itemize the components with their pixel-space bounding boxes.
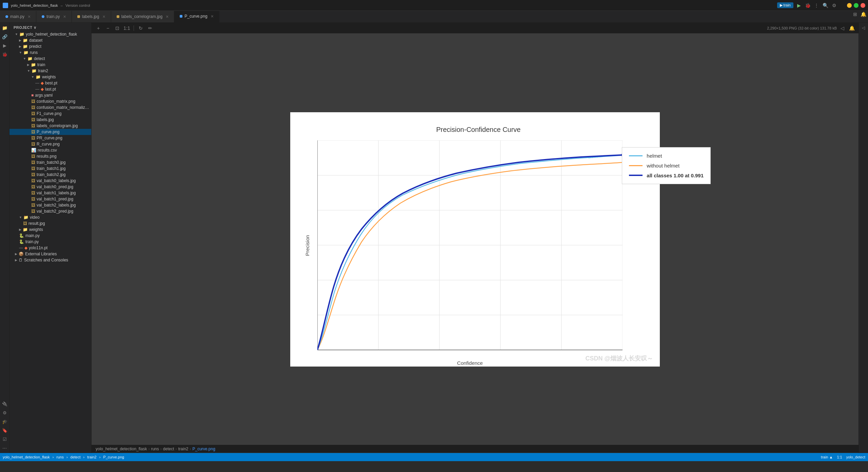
statusbar-breadcrumb-1[interactable]: runs: [56, 455, 63, 459]
tree-item-train[interactable]: ▶ 📁 train: [9, 62, 91, 68]
statusbar-train[interactable]: train ▲: [821, 455, 833, 459]
tree-item-train-batch1[interactable]: 🖼 train_batch1.jpg: [9, 165, 91, 172]
tree-item-external-libs[interactable]: ▶ 📦 External Libraries: [9, 251, 91, 257]
tree-label-p-curve: P_curve.png: [37, 130, 59, 134]
breadcrumb-item-0[interactable]: yolo_helmet_detection_flask: [96, 447, 147, 451]
run-button[interactable]: ▶: [795, 2, 802, 9]
tree-item-main-py[interactable]: 🐍 main.py: [9, 233, 91, 239]
tree-item-runs[interactable]: ▼ 📁 runs: [9, 50, 91, 56]
sidebar-icon-settings[interactable]: ⚙: [1, 409, 8, 416]
tree-item-labels-jpg[interactable]: 🖼 labels.jpg: [9, 117, 91, 123]
tree-item-result-jpg[interactable]: 🖼 result.jpg: [9, 220, 91, 227]
edit-button[interactable]: ✏: [146, 24, 154, 32]
sidebar-icon-plugins[interactable]: 🔌: [1, 400, 8, 408]
run-config[interactable]: ▶ train: [777, 2, 793, 8]
folder-icon-weights: 📁: [36, 75, 41, 79]
statusbar-profile[interactable]: yolo_detect: [846, 455, 865, 459]
tab-train-py[interactable]: train.py ×: [36, 11, 72, 22]
tab-main-py[interactable]: main.py ×: [0, 11, 36, 22]
tree-item-last-pt[interactable]: — ◆ last.pt: [9, 86, 91, 92]
debug-button[interactable]: 🐞: [804, 2, 811, 9]
tab-p-curve[interactable]: P_curve.png ×: [174, 11, 219, 22]
tree-item-predict[interactable]: ▶ 📁 predict: [9, 43, 91, 50]
tree-item-train-batch0[interactable]: 🖼 train_batch0.jpg: [9, 159, 91, 165]
notifications-icon[interactable]: 🔔: [860, 11, 867, 18]
rotate-button[interactable]: ↻: [137, 24, 145, 32]
notifications-toolbar-icon[interactable]: 🔔: [848, 24, 856, 32]
tree-item-results-csv[interactable]: 📊 results.csv: [9, 147, 91, 153]
tree-item-train-py[interactable]: 🐍 train.py: [9, 239, 91, 245]
tree-item-val-batch0-pred[interactable]: 🖼 val_batch0_pred.jpg: [9, 184, 91, 190]
tree-item-val-batch2-labels[interactable]: 🖼 val_batch2_labels.jpg: [9, 202, 91, 208]
right-sidebar-icon-1[interactable]: ◁: [860, 24, 867, 32]
tree-item-weights-top[interactable]: ▶ 📁 weights: [9, 227, 91, 233]
search-button[interactable]: 🔍: [822, 2, 829, 9]
settings-button[interactable]: ⚙: [831, 2, 837, 9]
tree-item-val-batch1-labels[interactable]: 🖼 val_batch1_labels.jpg: [9, 190, 91, 196]
minimize-button[interactable]: [847, 3, 852, 8]
statusbar-breadcrumb-4[interactable]: P_curve.png: [103, 455, 124, 459]
more-options-button[interactable]: ⋮: [813, 2, 820, 9]
breadcrumb-item-1[interactable]: runs: [151, 447, 159, 451]
tree-item-results-png[interactable]: 🖼 results.png: [9, 153, 91, 159]
tree-item-p-curve[interactable]: 🖼 P_curve.png: [9, 129, 91, 135]
tree-item-args-yaml[interactable]: ■ args.yaml: [9, 92, 91, 98]
zoom-in-button[interactable]: +: [94, 24, 102, 32]
tree-item-val-batch0-labels[interactable]: 🖼 val_batch0_labels.jpg: [9, 178, 91, 184]
tab-icon-labels-correlogram: [117, 15, 119, 18]
sidebar-icon-more[interactable]: ⋯: [1, 444, 8, 452]
tab-close-main-py[interactable]: ×: [28, 14, 31, 19]
sidebar-icon-project[interactable]: 📁: [1, 24, 8, 32]
sidebar-icon-run[interactable]: ▶: [1, 42, 8, 49]
tree-item-detect[interactable]: ▼ 📁 detect: [9, 56, 91, 62]
tab-close-train-py[interactable]: ×: [63, 14, 66, 19]
tree-item-train2[interactable]: ▼ 📁 train2: [9, 68, 91, 74]
collapse-panel-button[interactable]: ◁: [838, 24, 846, 32]
actual-size-button[interactable]: 1:1: [123, 24, 131, 32]
close-button[interactable]: [861, 3, 865, 8]
sidebar-icon-bookmark[interactable]: 🔖: [1, 427, 8, 434]
tree-item-r-curve[interactable]: 🖼 R_curve.png: [9, 141, 91, 147]
breadcrumb-item-2[interactable]: detect: [163, 447, 174, 451]
tree-item-confusion-matrix[interactable]: 🖼 confusion_matrix.png: [9, 98, 91, 104]
tab-close-labels-correlogram[interactable]: ×: [166, 14, 169, 19]
tab-icon-main-py: [5, 15, 8, 18]
sidebar-icon-debug[interactable]: 🐞: [1, 51, 8, 58]
statusbar-zoom[interactable]: 1:1: [837, 455, 842, 459]
tree-item-f1-curve[interactable]: 🖼 F1_curve.png: [9, 111, 91, 117]
statusbar-breadcrumb-3[interactable]: train2: [87, 455, 97, 459]
sidebar-icon-learn[interactable]: 🎓: [1, 418, 8, 425]
pt-icon-best: ◆: [41, 81, 44, 85]
tab-labels-jpg[interactable]: labels.jpg ×: [72, 11, 111, 22]
tree-item-pr-curve[interactable]: 🖼 PR_curve.png: [9, 135, 91, 141]
tree-item-video[interactable]: ▼ 📁 video: [9, 214, 91, 220]
tab-labels-correlogram[interactable]: labels_correlogram.jpg ×: [111, 11, 175, 22]
version-control[interactable]: Version control: [65, 3, 90, 7]
tab-split-icon[interactable]: ⊞: [852, 11, 859, 18]
tree-item-train-batch2[interactable]: 🖼 train_batch2.jpg: [9, 172, 91, 178]
tree-item-confusion-matrix-norm[interactable]: 🖼 confusion_matrix_normalized.png: [9, 104, 91, 111]
tree-item-weights[interactable]: ▼ 📁 weights: [9, 74, 91, 80]
tree-item-best-pt[interactable]: — ◆ best.pt: [9, 80, 91, 86]
maximize-button[interactable]: [854, 3, 859, 8]
breadcrumb-item-3[interactable]: train2: [178, 447, 188, 451]
sidebar-icon-todo[interactable]: ☑: [1, 435, 8, 443]
statusbar-breadcrumb-0[interactable]: yolo_helmet_detection_flask: [3, 455, 50, 459]
tree-item-root[interactable]: ▼ 📁 yolo_helmet_detection_flask: [9, 31, 91, 37]
image-toolbar: + − ⊡ 1:1 ↻ ✏ 2,290×1,500 PNG (32-bit co…: [92, 23, 859, 34]
tree-label-confusion-matrix-norm: confusion_matrix_normalized.png: [37, 105, 91, 110]
tab-close-p-curve[interactable]: ×: [211, 14, 214, 19]
fit-button[interactable]: ⊡: [113, 24, 121, 32]
zoom-out-button[interactable]: −: [104, 24, 112, 32]
tree-item-val-batch1-pred[interactable]: 🖼 val_batch1_pred.jpg: [9, 196, 91, 202]
statusbar-breadcrumb-2[interactable]: detect: [71, 455, 81, 459]
tree-item-yolo-pt[interactable]: — ◆ yolo11n.pt: [9, 245, 91, 251]
tab-close-labels-jpg[interactable]: ×: [102, 14, 105, 19]
tree-item-val-batch2-pred[interactable]: 🖼 val_batch2_pred.jpg: [9, 208, 91, 214]
tree-item-dataset[interactable]: ▶ 📁 dataset: [9, 37, 91, 43]
tree-item-scratches[interactable]: ▶ 🗒 Scratches and Consoles: [9, 257, 91, 263]
project-tree-header[interactable]: Project ∨: [9, 23, 91, 31]
tree-item-labels-correlogram[interactable]: 🖼 labels_correlogram.jpg: [9, 123, 91, 129]
sidebar-icon-vcs[interactable]: 🔗: [1, 33, 8, 40]
breadcrumb-item-4[interactable]: P_curve.png: [193, 447, 215, 451]
